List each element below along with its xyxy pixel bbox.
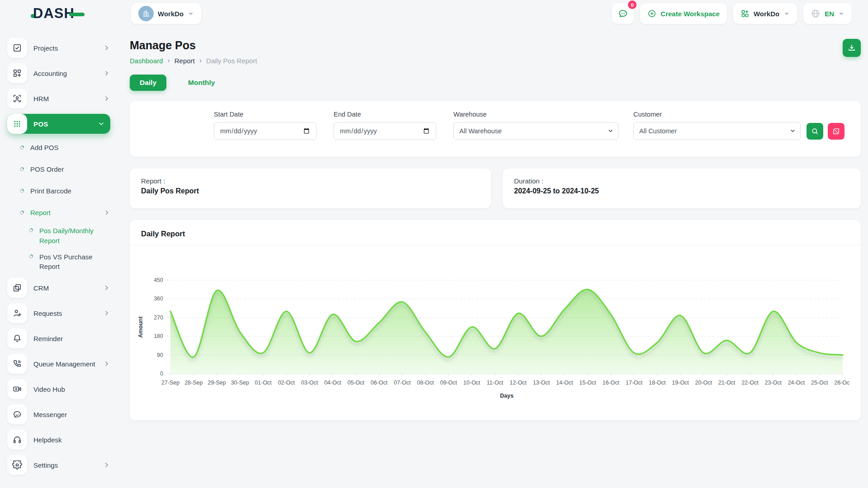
breadcrumb-item-dashboard[interactable]: Dashboard [130, 57, 163, 65]
duration-summary-card: Duration : 2024-09-25 to 2024-10-25 [503, 169, 861, 208]
end-date-input[interactable] [334, 122, 436, 140]
svg-text:Amount: Amount [137, 316, 144, 338]
reset-filter-button[interactable] [828, 123, 844, 140]
chevron-right-icon [103, 44, 110, 52]
grid-plus-icon [7, 63, 27, 83]
workspace-switcher[interactable]: WorkDo [131, 3, 201, 24]
gear-icon [7, 455, 27, 475]
svg-text:09-Oct: 09-Oct [440, 380, 458, 386]
sidebar-item-pos[interactable]: POS [7, 114, 110, 134]
svg-text:180: 180 [154, 333, 163, 339]
start-date-input[interactable] [214, 122, 316, 140]
sidebar-item-accounting[interactable]: Accounting [7, 63, 110, 83]
svg-text:12-Oct: 12-Oct [509, 380, 527, 386]
chart-title: Daily Report [141, 230, 849, 238]
report-label: Report : [141, 177, 480, 185]
svg-text:16-Oct: 16-Oct [602, 380, 619, 386]
sidebar-item-label: Messenger [33, 411, 67, 418]
sidebar-item-label: Reminder [33, 335, 63, 343]
headset-icon [7, 430, 27, 450]
report-value: Daily Pos Report [141, 187, 480, 195]
sidebar-subitem-report[interactable]: Report [20, 204, 110, 221]
create-workspace-button[interactable]: Create Workspace [640, 3, 727, 24]
customer-select[interactable]: All Customer [633, 122, 801, 140]
warehouse-select[interactable]: All Warehouse [453, 122, 618, 140]
sidebar: ProjectsAccountingHRMPOSAdd POSPOS Order… [0, 27, 118, 488]
breadcrumb: Dashboard›Report›Daily Pos Report [130, 56, 257, 65]
sidebar-subitem-print-barcode[interactable]: Print Barcode [20, 183, 110, 199]
download-button[interactable] [843, 39, 861, 57]
grid-plus-icon [741, 9, 750, 18]
breadcrumb-item-daily-pos-report: Daily Pos Report [206, 57, 257, 65]
sidebar-item-label: Requests [33, 310, 62, 317]
messages-button[interactable]: 0 [612, 3, 634, 24]
chevron-right-icon [103, 95, 110, 102]
logo: DASH [31, 5, 117, 22]
sidebar-item-queue-management[interactable]: Queue Management [7, 354, 110, 374]
svg-text:270: 270 [154, 314, 163, 321]
chat-icon [618, 8, 628, 19]
svg-text:21-Oct: 21-Oct [718, 380, 736, 386]
sidebar-item-projects[interactable]: Projects [7, 38, 110, 58]
messages-badge: 0 [628, 0, 637, 9]
svg-text:30-Sep: 30-Sep [231, 380, 249, 386]
svg-text:29-Sep: 29-Sep [208, 380, 226, 386]
sidebar-item-label: CRM [33, 284, 49, 292]
svg-text:Days: Days [500, 393, 514, 399]
svg-text:13-Oct: 13-Oct [533, 380, 550, 386]
apply-filter-button[interactable] [807, 123, 823, 140]
sidebar-item-video-hub[interactable]: Video Hub [7, 379, 110, 399]
svg-text:11-Oct: 11-Oct [487, 380, 504, 386]
sidebar-item-helpdesk[interactable]: Helpdesk [7, 430, 110, 450]
user-scan-icon [7, 89, 27, 108]
main-content: Manage Pos Dashboard›Report›Daily Pos Re… [118, 27, 868, 420]
sidebar-subitem-pos-order[interactable]: POS Order [20, 161, 110, 177]
svg-text:06-Oct: 06-Oct [371, 380, 388, 386]
sidebar-subitem-add-pos[interactable]: Add POS [20, 139, 110, 155]
bullet-icon [19, 145, 25, 150]
sidebar-subitem-pos-vs-purchase-report[interactable]: Pos VS Purchase Report [29, 252, 110, 272]
summary-row: Report : Daily Pos Report Duration : 202… [130, 169, 861, 208]
svg-text:450: 450 [154, 277, 163, 283]
svg-text:05-Oct: 05-Oct [347, 380, 364, 386]
chart-area: 09018027036045027-Sep28-Sep29-Sep30-Sep0… [130, 245, 861, 406]
sidebar-item-label: Queue Management [33, 360, 95, 368]
clear-icon [832, 127, 840, 135]
top-header: DASH WorkDo 0 Create Workspace [0, 0, 868, 27]
sidebar-item-crm[interactable]: CRM [7, 278, 110, 298]
svg-text:04-Oct: 04-Oct [324, 380, 341, 386]
tab-monthly[interactable]: Monthly [178, 75, 225, 91]
duration-label: Duration : [514, 177, 849, 185]
sidebar-item-settings[interactable]: Settings [7, 455, 110, 475]
bullet-icon [19, 188, 25, 194]
sidebar-item-messenger[interactable]: Messenger [7, 404, 110, 424]
logo-text: DASH [33, 5, 75, 22]
report-summary-card: Report : Daily Pos Report [130, 169, 491, 208]
customer-label: Customer [633, 111, 801, 118]
tab-daily[interactable]: Daily [130, 75, 166, 91]
sidebar-item-label: Accounting [33, 70, 67, 77]
svg-text:0: 0 [160, 371, 163, 377]
language-label: EN [825, 10, 834, 18]
account-menu-button[interactable]: WorkDo [733, 3, 797, 24]
bell-icon [7, 328, 27, 348]
sidebar-item-reminder[interactable]: Reminder [7, 328, 110, 348]
svg-text:22-Oct: 22-Oct [741, 380, 759, 386]
svg-text:26-Oct: 26-Oct [834, 380, 849, 386]
bullet-icon [28, 253, 34, 259]
chevron-right-icon [103, 310, 110, 317]
message-icon [7, 404, 27, 424]
svg-text:20-Oct: 20-Oct [695, 380, 712, 386]
language-menu-button[interactable]: EN [803, 3, 852, 24]
breadcrumb-item-report[interactable]: Report [175, 57, 195, 65]
sidebar-item-hrm[interactable]: HRM [7, 89, 110, 108]
logo-accent-dash [69, 13, 85, 16]
chevron-right-icon [104, 209, 110, 216]
daily-report-card: Daily Report 09018027036045027-Sep28-Sep… [130, 220, 861, 420]
user-plus-icon [7, 303, 27, 323]
create-workspace-label: Create Workspace [660, 10, 720, 18]
sidebar-subitem-pos-daily-monthly-report[interactable]: Pos Daily/Monthly Report [29, 226, 110, 246]
page-head: Manage Pos Dashboard›Report›Daily Pos Re… [130, 39, 861, 65]
sidebar-item-requests[interactable]: Requests [7, 303, 110, 323]
copy-icon [7, 278, 27, 298]
